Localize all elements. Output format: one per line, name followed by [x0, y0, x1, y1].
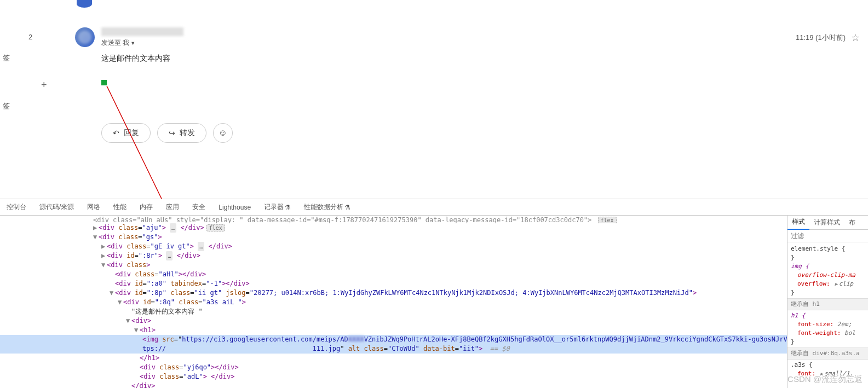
- tab-performance[interactable]: 性能: [107, 199, 133, 216]
- tab-sources[interactable]: 源代码/来源: [33, 199, 81, 216]
- dom-line-selected[interactable]: <img src="https://ci3.googleusercontent.…: [0, 335, 787, 344]
- dom-line[interactable]: ▼<div id=":8p" class="ii gt" jslog="2027…: [0, 288, 787, 298]
- email-body-text: 这是邮件的文本内容: [101, 54, 170, 63]
- tab-recorder[interactable]: 记录器⚗: [257, 199, 297, 216]
- email-actions: ↶ 回复 ↪ 转发 ☺: [101, 123, 233, 143]
- dom-line-selected-cont[interactable]: tps:// 111.jpg" alt class="CToWUd" data-…: [0, 344, 787, 354]
- inherit-from-h1: 继承自 h1: [787, 298, 868, 310]
- star-icon[interactable]: ☆: [851, 32, 860, 44]
- css-prop: overflow-clip-ma: [791, 271, 865, 280]
- recipient-dropdown[interactable]: 发送至 我▼: [101, 38, 135, 48]
- rule-a3s[interactable]: .a3s {: [791, 361, 865, 369]
- beaker-icon: ⚗: [344, 204, 350, 211]
- tab-lighthouse[interactable]: Lighthouse: [212, 199, 257, 216]
- forward-button[interactable]: ↪ 转发: [157, 123, 206, 143]
- tab-computed[interactable]: 计算样式: [809, 216, 844, 230]
- dom-line[interactable]: ▶<div id=":8r"> … </div>: [0, 251, 787, 260]
- devtools-tabs: 控制台 源代码/来源 网络 性能 内存 应用 安全 Lighthouse 记录器…: [0, 199, 868, 216]
- emoji-button[interactable]: ☺: [213, 123, 233, 143]
- rule-h1[interactable]: h1 {: [791, 311, 865, 320]
- styles-filter: [787, 230, 868, 242]
- dom-line[interactable]: </div>: [0, 381, 787, 388]
- recipient-text: 发送至 我: [101, 39, 129, 47]
- tab-layout[interactable]: 布: [844, 216, 860, 230]
- styles-pane: 样式 计算样式 布 element.style { } img { overfl…: [787, 216, 868, 388]
- tab-perf-insights[interactable]: 性能数据分析⚗: [297, 199, 357, 216]
- devtools-main: <div class="aUn aUs" style="display: " d…: [0, 216, 868, 388]
- dom-line[interactable]: ▶<div class="gE iv gt"> … </div>: [0, 242, 787, 251]
- reply-button[interactable]: ↶ 回复: [101, 123, 151, 143]
- devtools-panel: 控制台 源代码/来源 网络 性能 内存 应用 安全 Lighthouse 记录器…: [0, 199, 868, 388]
- dom-line[interactable]: <div class="aHl"></div>: [0, 270, 787, 279]
- css-prop: overflow: ▶clip: [791, 280, 865, 288]
- dom-line[interactable]: <div class="yj6qo"></div>: [0, 363, 787, 372]
- email-inline-image[interactable]: [101, 80, 107, 85]
- sidebar-label: 签: [3, 53, 10, 63]
- add-button[interactable]: +: [41, 79, 47, 91]
- tab-console[interactable]: 控制台: [0, 199, 33, 216]
- dom-line[interactable]: <div class="adL"> </div>: [0, 372, 787, 381]
- sidebar-gutter: 签 2 + 签: [0, 0, 66, 199]
- dom-line[interactable]: ▼<div>: [0, 316, 787, 326]
- dom-line-text[interactable]: "这是邮件的文本内容 ": [0, 307, 787, 316]
- dom-line[interactable]: ▼<h1>: [0, 326, 787, 335]
- styles-tabs: 样式 计算样式 布: [787, 216, 868, 230]
- dom-line[interactable]: ▼<div class="gs">: [0, 233, 787, 242]
- dom-tree[interactable]: <div class="aUn aUs" style="display: " d…: [0, 216, 787, 388]
- css-prop: font: ▶small/1.: [791, 369, 865, 378]
- dom-line[interactable]: <div id=":a0" tabindex="-1"></div>: [0, 279, 787, 288]
- tab-styles[interactable]: 样式: [787, 216, 809, 230]
- tab-memory[interactable]: 内存: [133, 199, 159, 216]
- reply-label: 回复: [124, 128, 139, 138]
- email-timestamp: 11:19 (1小时前): [796, 33, 846, 43]
- sender-avatar[interactable]: [75, 27, 95, 47]
- dom-line[interactable]: ▼<div id=":8q" class="a3s aiL ">: [0, 298, 787, 307]
- css-prop: font-size: 2em;: [791, 320, 865, 329]
- emoji-icon: ☺: [219, 128, 227, 138]
- styles-filter-input[interactable]: [791, 232, 865, 240]
- css-prop: font-weight: bol: [791, 329, 865, 338]
- email-meta: 11:19 (1小时前) ☆: [796, 32, 860, 44]
- inherit-from-div: 继承自 div#:8q.a3s.a: [787, 348, 868, 360]
- beaker-icon: ⚗: [285, 204, 291, 211]
- rule-img[interactable]: img {: [791, 262, 865, 271]
- dom-line[interactable]: ▼<div class>: [0, 260, 787, 270]
- forward-label: 转发: [180, 128, 195, 138]
- chevron-down-icon: ▼: [130, 40, 135, 46]
- rule-element-style[interactable]: element.style {: [791, 245, 865, 253]
- tab-security[interactable]: 安全: [186, 199, 212, 216]
- sender-name-redacted: [101, 27, 183, 36]
- avatar-partial: [77, 0, 92, 8]
- tab-network[interactable]: 网络: [81, 199, 107, 216]
- dom-line[interactable]: </h1>: [0, 354, 787, 363]
- reply-arrow-icon: ↶: [113, 129, 119, 137]
- sidebar-label: 签: [3, 101, 10, 111]
- sidebar-count: 2: [28, 33, 32, 41]
- dom-line-cut: <div class="aUn aUs" style="display: " d…: [0, 216, 787, 223]
- tab-application[interactable]: 应用: [159, 199, 186, 216]
- dom-line[interactable]: ▶<div class="aju"> … </div>flex: [0, 223, 787, 233]
- forward-arrow-icon: ↪: [169, 129, 175, 137]
- email-pane: 签 2 + 签 发送至 我▼ 这是邮件的文本内容 11:19 (1小时前) ☆ …: [0, 0, 868, 199]
- styles-body[interactable]: element.style { } img { overflow-clip-ma…: [787, 242, 868, 380]
